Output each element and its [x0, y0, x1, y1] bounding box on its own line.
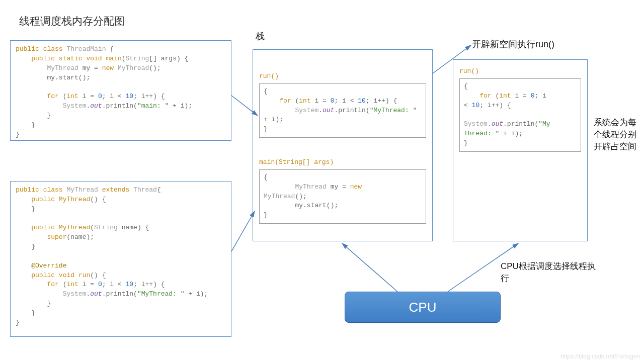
watermark: https://blog.csdn.net/Forlogen: [560, 353, 640, 360]
main-label: main(String[] args): [259, 158, 426, 167]
cpu-note: CPU根据调度选择线程执行: [501, 260, 601, 285]
stack-main-thread: run() { for (int i = 0; i < 10; i++) { S…: [253, 49, 433, 241]
code-mythread: public class MyThread extends Thread{ pu…: [10, 181, 231, 337]
diagram-title: 线程调度栈内存分配图: [19, 14, 125, 28]
run-label: run(): [259, 72, 426, 81]
run-body-2: { for (int i = 0; i < 10; i++) { System.…: [459, 78, 581, 152]
run-label-2: run(): [459, 67, 581, 76]
code-threadmain: public class ThreadMain { public static …: [10, 40, 231, 141]
stack-new-thread: run() { for (int i = 0; i < 10; i++) { S…: [453, 59, 588, 241]
stack-label: 栈: [256, 30, 265, 42]
run-body: { for (int i = 0; i < 10; i++) { System.…: [259, 83, 426, 138]
svg-line-1: [231, 211, 255, 251]
system-note: 系统会为每个线程分别开辟占空间: [594, 117, 644, 152]
cpu-box: CPU: [345, 292, 501, 323]
main-body: { MyThread my = new MyThread(); my.start…: [259, 169, 426, 224]
svg-line-3: [342, 243, 397, 292]
new-space-label: 开辟新空间执行run(): [472, 38, 554, 50]
